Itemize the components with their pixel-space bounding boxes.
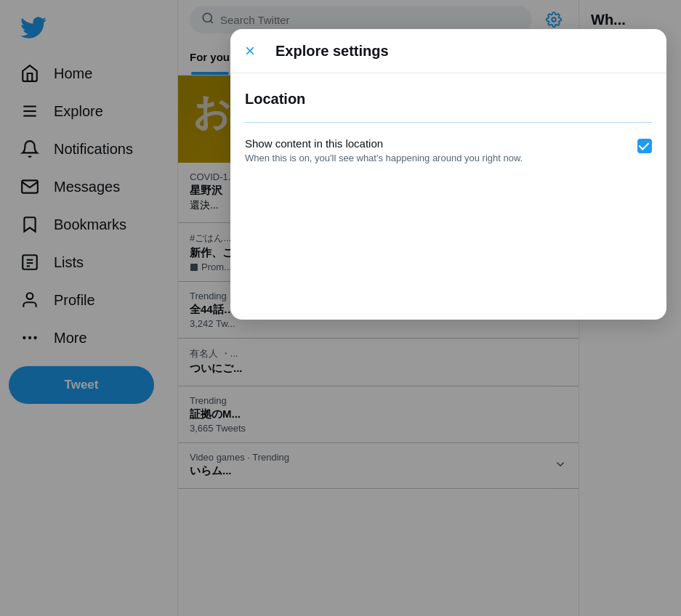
location-checkbox[interactable] [637, 139, 652, 153]
modal-title: Explore settings [275, 43, 389, 60]
explore-settings-modal: × Explore settings Location Show content… [230, 29, 666, 320]
modal-header: × Explore settings [230, 29, 666, 73]
modal-close-button[interactable]: × [245, 41, 255, 61]
location-setting-desc: When this is on, you'll see what's happe… [245, 153, 626, 163]
modal-body: Location Show content in this location W… [230, 73, 666, 181]
modal-location-row: Show content in this location When this … [245, 137, 652, 163]
modal-section-title: Location [245, 91, 652, 108]
modal-overlay: × Explore settings Location Show content… [0, 0, 681, 616]
location-setting-label: Show content in this location [245, 137, 626, 150]
modal-divider [245, 122, 652, 123]
